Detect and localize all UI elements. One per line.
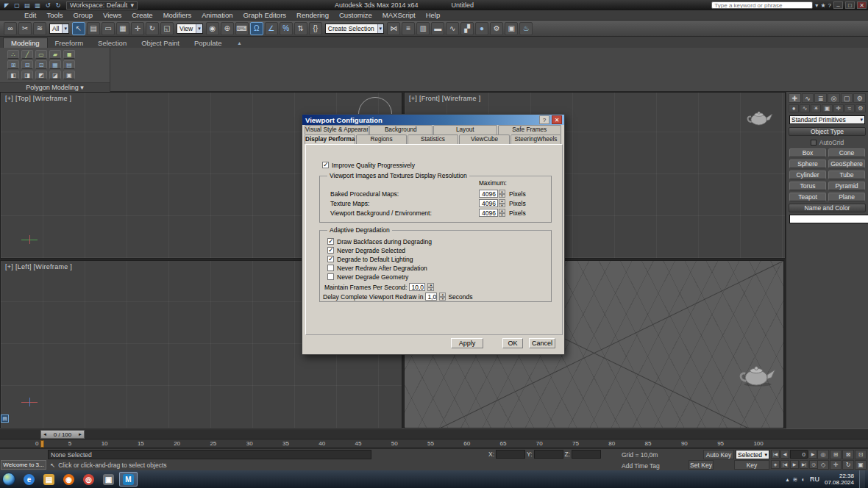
polygon-mode-icon[interactable]: ▰ (49, 50, 61, 59)
orbit-icon[interactable]: ↻ (842, 460, 854, 470)
dialog-tab-steeringwheels[interactable]: SteeringWheels (511, 134, 561, 144)
ribbon-tab-selection[interactable]: Selection (90, 38, 134, 48)
primitives-dropdown[interactable]: Standard Primitives ▾ (789, 115, 865, 124)
menu-help[interactable]: Help (421, 11, 446, 19)
space-warps-category-icon[interactable]: ≈ (844, 104, 855, 112)
checkbox-draw-backfaces-during-degrading[interactable] (327, 238, 334, 245)
ruler-tick-30[interactable]: 30 (246, 440, 253, 447)
resolution-value-field[interactable]: 4096 (479, 190, 498, 198)
snap-toggle-3d-icon[interactable]: Ω (250, 22, 263, 35)
ruler-tick-55[interactable]: 55 (427, 440, 434, 447)
tweak-icon[interactable]: ⊡ (35, 60, 47, 69)
ruler-tick-70[interactable]: 70 (536, 440, 543, 447)
constraints-icon[interactable]: ▦ (49, 60, 61, 69)
ruler-tick-60[interactable]: 60 (463, 440, 470, 447)
taskbar-clock[interactable]: 22:38 07.08.2024 (825, 473, 854, 486)
menu-tools[interactable]: Tools (41, 11, 68, 19)
selected-dropdown[interactable]: Selected ▾ (736, 450, 769, 459)
dialog-close-button[interactable]: ✕ (552, 115, 562, 124)
x-coordinate-field[interactable] (496, 450, 525, 459)
ruler-tick-10[interactable]: 10 (102, 440, 108, 447)
named-selection-dropdown[interactable]: Create Selection▾ (325, 24, 384, 34)
schematic-view-icon[interactable]: ▞ (460, 22, 474, 35)
maximize-viewport-icon[interactable]: ▣ (855, 460, 867, 470)
select-and-scale-icon[interactable]: ◱ (160, 22, 174, 35)
percent-snap-icon[interactable]: % (280, 22, 293, 35)
next-frame-button[interactable]: ▶ (808, 450, 817, 459)
ruler-tick-5[interactable]: 5 (68, 440, 71, 447)
unlink-selection-icon[interactable]: ✂ (18, 22, 32, 35)
select-object-icon[interactable]: ↖ (72, 22, 85, 35)
timeline-ruler[interactable]: 0510152025303540455055606570758085909510… (0, 439, 868, 448)
key-filters-button[interactable]: Key Filters... (734, 460, 769, 470)
menu-edit[interactable]: Edit (19, 11, 41, 19)
ribbon-tab-modeling[interactable]: Modeling (3, 37, 48, 48)
object-button-plane[interactable]: Plane (828, 193, 865, 201)
dialog-tab-background[interactable]: Background (369, 125, 433, 134)
open-file-icon[interactable]: ▤ (23, 1, 32, 10)
workspace-dropdown[interactable]: Workspace: Default ▾ (66, 1, 138, 10)
dialog-help-button[interactable]: ? (539, 115, 549, 124)
play-button[interactable]: ▶ (790, 460, 799, 469)
apply-button[interactable]: Apply (451, 338, 483, 348)
zoom-extents-all-icon[interactable]: ⊡ (855, 450, 867, 459)
go-to-start-button[interactable]: |◀ (771, 450, 780, 459)
dialog-tab-visual-style-appearance[interactable]: Visual Style & Appearance (305, 125, 369, 134)
rectangular-selection-region-icon[interactable]: ▭ (102, 22, 115, 35)
time-slider[interactable]: ◄ 0 / 100 ► (40, 430, 85, 439)
object-button-geosphere[interactable]: GeoSphere (828, 159, 865, 168)
infocenter-search-input[interactable] (711, 1, 813, 9)
viewport-layout-tabs-icon[interactable]: ▤ (1, 415, 9, 423)
zoom-all-icon[interactable]: ⊞ (830, 450, 842, 459)
viewport-front-label[interactable]: [+] [Front] [Wireframe ] (409, 95, 480, 102)
spinner-snap-icon[interactable]: ⇅ (294, 22, 307, 35)
soft-selection-icon[interactable]: ▤ (63, 60, 75, 69)
undo-icon[interactable]: ↺ (43, 1, 52, 10)
dialog-tab-layout[interactable]: Layout (433, 125, 497, 134)
frame-number-field[interactable] (790, 450, 808, 459)
bind-to-space-warp-icon[interactable]: ≋ (33, 22, 46, 35)
previous-frame-button[interactable]: ◀ (780, 450, 789, 459)
previous-key-button[interactable]: |◀ (780, 460, 789, 469)
reference-coordinate-dropdown[interactable]: View▾ (177, 24, 203, 34)
track-bar[interactable]: ◄ 0 / 100 ► (0, 428, 868, 439)
render-setup-icon[interactable]: ⚙ (490, 22, 503, 35)
angle-snap-icon[interactable]: ∠ (265, 22, 278, 35)
zoom-extents-icon[interactable]: ⊠ (842, 450, 854, 459)
name-color-rollout[interactable]: Name and Color (789, 204, 866, 212)
display-tab-icon[interactable]: ▢ (841, 93, 853, 103)
delay-field[interactable]: 1,0 (425, 293, 437, 301)
object-button-cone[interactable]: Cone (828, 148, 865, 157)
align-icon[interactable]: ≡ (402, 22, 415, 35)
object-button-pyramid[interactable]: Pyramid (828, 182, 865, 190)
minimize-button[interactable]: – (833, 1, 843, 9)
language-indicator[interactable]: RU (810, 476, 819, 483)
chevron-down-icon[interactable]: ▾ (196, 24, 202, 33)
ruler-tick-95[interactable]: 95 (717, 440, 724, 447)
start-button[interactable] (2, 473, 15, 486)
taskbar-explorer-icon[interactable]: ▤ (40, 472, 58, 487)
spin-down-icon[interactable]: ▾ (499, 194, 505, 198)
taskbar-app-icon[interactable]: ▣ (99, 472, 118, 487)
maximize-button[interactable]: □ (845, 1, 855, 9)
quickslice-icon[interactable]: ▣ (63, 71, 75, 79)
helpers-category-icon[interactable]: ✛ (833, 104, 844, 112)
object-button-tube[interactable]: Tube (828, 171, 865, 179)
menu-animation[interactable]: Animation (196, 11, 238, 19)
ruler-tick-15[interactable]: 15 (138, 440, 144, 447)
attach-icon[interactable]: ◨ (21, 71, 33, 79)
edit-named-selection-sets-icon[interactable]: {} (309, 22, 322, 35)
checkbox-degrade-to-default-lighting[interactable] (327, 256, 334, 262)
dialog-tab-regions[interactable]: Regions (356, 134, 407, 144)
dialog-titlebar[interactable]: Viewport Configuration ? ✕ (302, 115, 564, 125)
checkbox-never-degrade-geometry[interactable] (327, 273, 334, 280)
dialog-tab-statistics[interactable]: Statistics (408, 134, 458, 144)
object-button-sphere[interactable]: Sphere (789, 159, 826, 168)
ruler-tick-0[interactable]: 0 (35, 440, 38, 447)
menu-customize[interactable]: Customize (334, 11, 377, 19)
ruler-tick-80[interactable]: 80 (608, 440, 615, 447)
menu-graph-editors[interactable]: Graph Editors (238, 11, 291, 19)
menu-maxscript[interactable]: MAXScript (377, 11, 421, 19)
menu-modifiers[interactable]: Modifiers (158, 11, 197, 19)
ribbon-minimize-icon[interactable]: ▴ (238, 40, 241, 46)
